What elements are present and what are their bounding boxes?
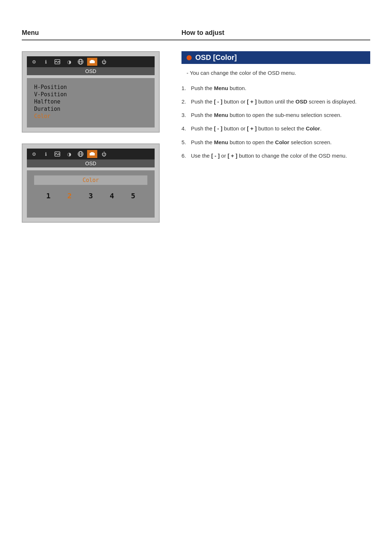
step-5-text: Push the Menu button to open the Color s… — [191, 138, 370, 146]
color-num-4: 4 — [110, 191, 114, 200]
color-half-icon-2: ◑ — [64, 150, 74, 158]
step-3: 3. Push the Menu button to open the sub-… — [181, 111, 370, 119]
osd-color-bar: Color — [34, 175, 147, 185]
step-2-text: Push the [ - ] button or [ + ] button un… — [191, 97, 370, 106]
osd-body-1: H-Position V-Position Halftone Duration … — [27, 78, 155, 127]
network-icon — [75, 58, 86, 66]
step-6: 6. Use the [ - ] or [ + ] button to chan… — [181, 151, 370, 160]
section-dot-icon — [187, 55, 192, 60]
step-6-text: Use the [ - ] or [ + ] button to change … — [191, 151, 370, 160]
info-icon-2: ℹ — [41, 150, 51, 158]
network-icon-2 — [75, 150, 86, 158]
step-3-text: Push the Menu button to open the sub-men… — [191, 111, 370, 119]
svg-rect-5 — [91, 60, 94, 61]
osd-active-icon-2 — [87, 150, 97, 158]
power-icon-2: ⏻ — [99, 150, 109, 158]
osd-title-1: OSD — [27, 67, 155, 75]
osd-screen-1: ⚙ ℹ ◑ — [22, 51, 160, 133]
osd-toolbar-2: ⚙ ℹ ◑ — [27, 149, 155, 159]
section-title-bar: OSD [Color] — [181, 51, 370, 64]
instructions-column: OSD [Color] - You can change the color o… — [181, 51, 370, 223]
osd-screen-2: ⚙ ℹ ◑ — [22, 143, 160, 223]
osd-title-2: OSD — [27, 159, 155, 167]
color-num-5: 5 — [131, 191, 135, 200]
color-num-2: 2 — [68, 191, 72, 200]
section-title: OSD [Color] — [195, 53, 237, 62]
color-num-1: 1 — [46, 191, 50, 200]
step-5: 5. Push the Menu button to open the Colo… — [181, 138, 370, 146]
settings-icon-2: ⚙ — [29, 150, 39, 158]
step-4-num: 4. — [181, 124, 189, 133]
step-1-text: Push the Menu button. — [191, 84, 370, 92]
osd-menu-vposition: V-Position — [34, 91, 147, 98]
step-1-num: 1. — [181, 84, 189, 92]
content-area: ⚙ ℹ ◑ — [22, 51, 370, 223]
step-1: 1. Push the Menu button. — [181, 84, 370, 92]
step-4: 4. Push the [ - ] button or [ + ] button… — [181, 124, 370, 133]
osd-menu-duration: Duration — [34, 106, 147, 112]
osd-body-2: Color 1 2 3 4 5 — [27, 170, 155, 218]
section-description: - You can change the color of the OSD me… — [187, 69, 370, 77]
osd-active-icon — [87, 58, 97, 66]
svg-rect-11 — [91, 152, 94, 153]
description-text: - You can change the color of the OSD me… — [187, 70, 296, 76]
osd-toolbar-1: ⚙ ℹ ◑ — [27, 56, 155, 67]
how-label: How to adjust — [181, 29, 370, 37]
osd-menu-hposition: H-Position — [34, 84, 147, 90]
instructions-list: 1. Push the Menu button. 2. Push the [ -… — [181, 84, 370, 160]
step-2-num: 2. — [181, 97, 189, 106]
image-icon-2 — [52, 150, 62, 158]
power-icon: ⏻ — [99, 58, 109, 66]
svg-rect-4 — [90, 61, 95, 63]
svg-rect-10 — [90, 153, 95, 155]
osd-color-numbers: 1 2 3 4 5 — [34, 191, 147, 200]
page-header: Menu How to adjust — [22, 29, 370, 40]
step-3-num: 3. — [181, 111, 189, 119]
image-icon — [52, 58, 62, 66]
color-num-3: 3 — [89, 191, 93, 200]
color-half-icon: ◑ — [64, 58, 74, 66]
osd-menu-halftone: Halftone — [34, 98, 147, 105]
info-icon: ℹ — [41, 58, 51, 66]
step-5-num: 5. — [181, 138, 189, 146]
osd-menu-color: Color — [34, 113, 147, 119]
step-6-num: 6. — [181, 151, 189, 160]
settings-icon: ⚙ — [29, 58, 39, 66]
step-2: 2. Push the [ - ] button or [ + ] button… — [181, 97, 370, 106]
osd-screens-column: ⚙ ℹ ◑ — [22, 51, 167, 223]
menu-label: Menu — [22, 29, 181, 37]
step-4-text: Push the [ - ] button or [ + ] button to… — [191, 124, 370, 133]
